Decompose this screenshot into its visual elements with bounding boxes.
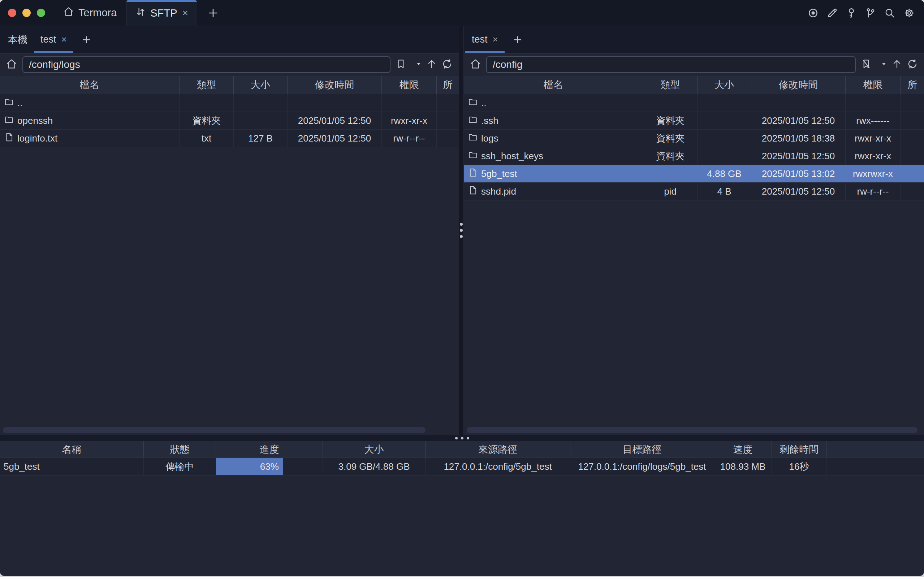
table-row[interactable]: ssh_host_keys 資料夾 2025/01/05 12:50 rwxr-… [464,147,924,165]
left-file-area[interactable] [0,147,459,435]
column-header-type[interactable]: 類型 [643,76,698,94]
transfer-speed: 108.93 MB [714,458,772,475]
left-path-actions [395,58,453,71]
column-header-size[interactable]: 大小 [234,76,287,94]
file-icon [468,185,477,198]
table-row[interactable]: logs 資料夾 2025/01/05 18:38 rwxr-xr-x [464,130,924,147]
transfer-status: 傳輸中 [144,458,216,475]
right-new-tab-button[interactable] [505,26,531,53]
right-horizontal-scrollbar [464,427,924,434]
column-header-name[interactable]: 檔名 [0,76,179,94]
transfer-table-header: 名稱 狀態 進度 大小 來源路徑 目標路徑 速度 剩餘時間 [0,441,924,458]
edit-icon[interactable] [826,7,838,19]
column-header-mtime[interactable]: 修改時間 [751,76,846,94]
right-file-area[interactable] [464,200,924,435]
scrollbar-thumb[interactable] [467,427,918,433]
zoom-window-button[interactable] [37,9,45,17]
folder-icon [468,132,477,144]
bookmark-icon[interactable] [395,58,406,71]
scrollbar-thumb[interactable] [3,427,426,433]
tab-sftp-close-icon[interactable]: × [181,7,189,19]
parent-directory-icon[interactable] [426,58,437,71]
right-path-actions [861,58,918,71]
right-tab-test-close-icon[interactable]: × [493,34,498,45]
search-icon[interactable] [884,7,895,19]
home-icon [63,6,74,19]
home-icon[interactable] [6,58,17,71]
column-header-name[interactable]: 名稱 [0,441,144,458]
minimize-window-button[interactable] [23,9,31,17]
table-row[interactable]: .. [0,94,459,112]
column-header-mtime[interactable]: 修改時間 [287,76,382,94]
column-header-source[interactable]: 來源路徑 [426,441,570,458]
folder-icon [468,150,477,162]
table-row[interactable]: openssh 資料夾 2025/01/05 12:50 rwxr-xr-x [0,112,459,130]
transfer-eta: 16秒 [772,458,826,475]
right-path-input[interactable] [486,56,856,73]
settings-icon[interactable] [903,7,915,19]
transfer-target-path: 127.0.0.1:/config/logs/5gb_test [570,458,714,475]
file-icon [468,168,477,180]
right-path-bar [464,53,924,76]
table-row[interactable]: sshd.pid pid 4 B 2025/01/05 12:50 rw-r--… [464,183,924,200]
column-header-type[interactable]: 類型 [179,76,234,94]
transfers-splitter-handle[interactable] [0,435,924,441]
transfer-row[interactable]: 5gb_test 傳輸中 63% 3.09 GB/4.88 GB 127.0.0… [0,458,924,475]
folder-icon [4,115,14,127]
new-main-tab-button[interactable] [197,0,229,26]
table-row[interactable]: loginfo.txt txt 127 B 2025/01/05 12:50 r… [0,130,459,147]
bookmark-slash-icon[interactable] [861,58,872,71]
divider [876,59,876,70]
column-header-eta[interactable]: 剩餘時間 [772,441,826,458]
termora-window: Termora SFTP × [0,0,924,576]
parent-directory-icon[interactable] [892,58,902,71]
transfer-source-path: 127.0.0.1:/config/5gb_test [426,458,570,475]
transfer-size: 3.09 GB/4.88 GB [323,458,426,475]
column-header-name[interactable]: 檔名 [464,76,643,94]
pane-splitter-handle[interactable] [459,26,464,435]
tab-termora-label: Termora [78,7,117,19]
left-path-bar [0,53,459,76]
traffic-lights [0,0,54,26]
column-header-owner[interactable]: 所 [900,76,924,94]
column-header-size[interactable]: 大小 [323,441,426,458]
transfer-list-area[interactable] [0,475,924,569]
right-tab-test[interactable]: test × [465,26,505,53]
table-row-selected[interactable]: 5gb_test 4.88 GB 2025/01/05 13:02 rwxrwx… [464,165,924,183]
refresh-icon[interactable] [907,58,918,71]
left-tab-test-close-icon[interactable]: × [61,34,67,45]
refresh-icon[interactable] [442,58,453,71]
left-tab-local[interactable]: 本機 [2,26,34,53]
column-header-status[interactable]: 狀態 [144,441,216,458]
column-header-perm[interactable]: 權限 [846,76,900,94]
left-new-tab-button[interactable] [73,26,99,53]
column-header-progress[interactable]: 進度 [216,441,323,458]
left-tab-test[interactable]: test × [34,26,73,53]
key-icon[interactable] [846,7,857,19]
home-icon[interactable] [469,58,481,71]
column-header-target[interactable]: 目標路徑 [570,441,714,458]
left-horizontal-scrollbar [0,427,459,434]
left-pane: 本機 test × [0,26,459,435]
table-row[interactable]: .ssh 資料夾 2025/01/05 12:50 rwx------ [464,112,924,130]
tab-sftp[interactable]: SFTP × [126,0,197,26]
record-icon[interactable] [807,7,819,19]
chevron-down-icon[interactable] [415,61,422,69]
column-header-blank [826,441,924,458]
column-header-owner[interactable]: 所 [437,76,459,94]
column-header-size[interactable]: 大小 [698,76,751,94]
branch-icon[interactable] [865,7,876,19]
right-pane-tabs: test × [464,26,924,53]
left-file-table-header: 檔名 類型 大小 修改時間 權限 所 [0,76,459,94]
column-header-speed[interactable]: 速度 [714,441,772,458]
file-icon [4,132,14,144]
close-window-button[interactable] [8,9,16,17]
folder-icon [468,97,477,109]
column-header-perm[interactable]: 權限 [382,76,437,94]
chevron-down-icon[interactable] [880,61,887,69]
left-pane-tabs: 本機 test × [0,26,459,53]
left-path-input[interactable] [23,56,390,73]
progress-bar: 63% [216,458,283,475]
tab-termora[interactable]: Termora [54,0,126,26]
table-row[interactable]: .. [464,94,924,112]
